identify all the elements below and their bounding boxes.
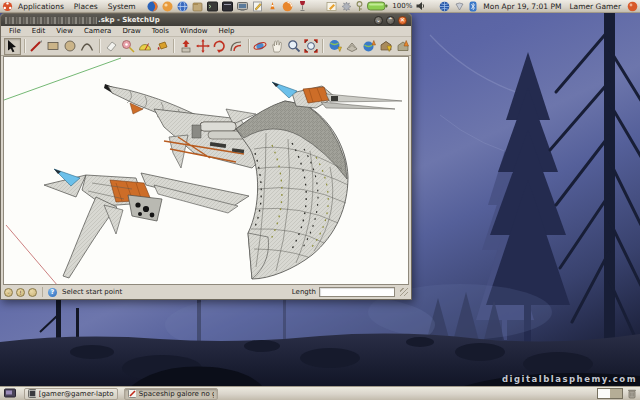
sign-in-icon[interactable] [28,288,37,297]
bluetooth-icon[interactable] [469,1,477,12]
tool-move-button[interactable] [194,38,211,55]
crescent-hull [236,101,348,279]
claim-credit-icon[interactable]: ! [16,288,25,297]
menubar: File Edit View Camera Draw Tools Window … [1,26,411,37]
tool-push-pull-button[interactable] [177,38,194,55]
drawing-canvas[interactable] [3,56,409,285]
user-menu[interactable]: Lamer Gamer [567,2,623,11]
geolocation-icon[interactable]: ◦ [4,288,13,297]
tool-offset-button[interactable] [228,38,245,55]
terminal-alt-icon[interactable] [222,1,233,12]
tool-select-button[interactable] [4,38,21,55]
vlc-icon[interactable] [267,1,278,12]
pine-tree-faint [476,150,534,340]
firefox-icon[interactable] [147,1,158,12]
tool-arc-button[interactable] [79,38,96,55]
display-icon[interactable] [237,1,248,12]
maximize-button[interactable]: ⌃ [386,16,395,25]
minimize-button[interactable]: ⌄ [374,16,383,25]
logout-icon[interactable] [627,1,638,12]
tool-share-model-button[interactable] [360,38,377,55]
select-icon [5,39,19,53]
move-icon [196,39,210,53]
tool-zoom-button[interactable] [286,38,303,55]
menu-tools[interactable]: Tools [147,27,174,35]
green-axis [4,58,121,100]
protractor-icon [138,39,152,53]
clock[interactable]: Mon Apr 19, 7:01 PM [481,2,563,11]
key-icon[interactable] [356,1,363,12]
get-current-view-icon [328,39,342,53]
tool-protractor-button[interactable] [136,38,153,55]
window-titlebar[interactable]: .skp - SketchUp ⌄ ⌃ ✕ [1,14,411,26]
wine-icon[interactable] [297,0,308,12]
network-globe-icon[interactable] [439,1,450,12]
notes-icon[interactable] [326,1,337,12]
software-ball-icon[interactable] [162,1,173,12]
web-globe-icon[interactable] [177,1,188,12]
rectangle-icon [46,39,60,53]
tool-orbit-button[interactable] [252,38,269,55]
menu-draw[interactable]: Draw [117,27,145,35]
ubuntu-logo-icon[interactable] [2,1,13,12]
menu-system[interactable]: System [103,0,141,13]
offset-icon [229,39,243,53]
rotate-icon [212,39,226,53]
push-pull-icon [179,39,193,53]
tool-line-button[interactable] [28,38,45,55]
tool-rectangle-button[interactable] [45,38,62,55]
workspace-1[interactable] [598,389,610,398]
menu-file[interactable]: File [4,27,26,35]
tool-toggle-terrain-button[interactable] [343,38,360,55]
gear-icon[interactable] [341,1,352,12]
tool-get-models-button[interactable] [377,38,394,55]
tool-circle-button[interactable] [62,38,79,55]
trash-icon[interactable] [627,388,637,399]
menu-help[interactable]: Help [214,27,240,35]
tool-share-models-button[interactable] [394,38,411,55]
tool-get-current-view-button[interactable] [326,38,343,55]
zoom-extents-icon [304,39,318,53]
tape-measure-icon [121,39,135,53]
menu-places[interactable]: Places [69,0,103,13]
workspace-2[interactable] [610,389,622,398]
tool-rotate-button[interactable] [211,38,228,55]
menu-view[interactable]: View [51,27,78,35]
menu-window[interactable]: Window [175,27,213,35]
spaceship-model[interactable] [44,82,402,279]
eraser-icon [104,39,118,53]
volume-icon[interactable] [416,1,426,11]
resize-grip[interactable] [400,288,408,296]
wifi-icon[interactable] [454,1,465,11]
task-sketchup-window[interactable]: Spaceship galore no gr... [124,388,218,400]
show-desktop-button[interactable] [2,388,18,400]
tool-zoom-extents-button[interactable] [303,38,320,55]
circle-icon [63,39,77,53]
menu-edit[interactable]: Edit [27,27,51,35]
measurement-input[interactable] [319,287,395,297]
menu-camera[interactable]: Camera [79,27,116,35]
task-terminal-window[interactable]: [gamer@gamer-laptop:... [24,388,118,400]
instructor-icon[interactable]: ? [48,288,57,297]
tool-pan-button[interactable] [269,38,286,55]
get-models-icon [379,39,393,53]
arc-icon [80,39,94,53]
zoom-icon [287,39,301,53]
starboard-orange-panel [303,87,329,103]
starboard-spike-2 [321,102,395,109]
text-editor-icon[interactable] [252,1,263,12]
tool-eraser-button[interactable] [103,38,120,55]
terminal-icon[interactable] [207,1,218,12]
close-button[interactable]: ✕ [398,16,407,25]
media-swirl-icon[interactable] [282,1,293,12]
pan-icon [270,39,284,53]
filename-redacted [5,17,97,24]
top-panel: Applications Places System 100% [0,0,640,13]
menu-applications[interactable]: Applications [13,0,69,13]
tool-tape-measure-button[interactable] [119,38,136,55]
battery-icon[interactable] [367,1,388,11]
tool-paint-bucket-button[interactable] [153,38,170,55]
files-icon[interactable] [192,1,203,12]
red-axis [6,225,58,285]
wallpaper-credit: digitalblasphemy.com [502,374,637,384]
